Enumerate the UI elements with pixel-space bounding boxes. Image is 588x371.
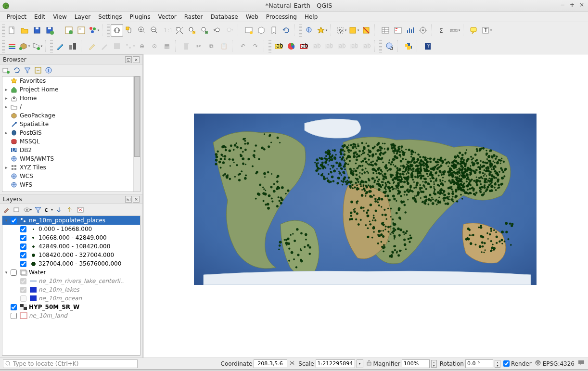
select-features-button[interactable]: ▾: [335, 24, 347, 37]
browser-tree[interactable]: Favorites▸Project Home▸Home▸/GeoPackageS…: [2, 76, 141, 192]
new-project-button[interactable]: [6, 24, 18, 37]
toolbar-handle[interactable]: [107, 24, 110, 37]
map-tips-button[interactable]: [468, 24, 480, 37]
menu-plugins[interactable]: Plugins: [126, 13, 154, 21]
current-edits-button[interactable]: [54, 40, 66, 52]
browser-item[interactable]: ▸/: [2, 102, 140, 111]
messages-icon[interactable]: [577, 359, 585, 368]
filter-expression-icon[interactable]: ε▾: [44, 205, 53, 214]
menu-help[interactable]: Help: [301, 13, 321, 21]
browser-item[interactable]: WFS: [2, 180, 140, 189]
map-canvas[interactable]: [143, 54, 588, 358]
collapse-all-icon[interactable]: [65, 205, 74, 214]
layer-class-row[interactable]: 108420.000 - 327004.000: [2, 251, 140, 259]
scale-input[interactable]: [316, 359, 355, 368]
rotation-spinner[interactable]: ▴▾: [495, 360, 500, 368]
toolbox-button[interactable]: [417, 24, 429, 37]
browser-detach-button[interactable]: ◱: [125, 56, 132, 63]
browser-item[interactable]: ▸PostGIS: [2, 128, 140, 137]
save-project-button[interactable]: [31, 24, 43, 37]
sigma-button[interactable]: Σ: [436, 24, 448, 37]
coord-toggle-icon[interactable]: [289, 359, 295, 368]
browser-item[interactable]: MSSQL: [2, 137, 140, 146]
crs-icon[interactable]: [535, 359, 541, 368]
save-as-button[interactable]: [43, 24, 56, 37]
toolbar-handle[interactable]: [268, 40, 271, 52]
toolbar-handle[interactable]: [379, 40, 382, 52]
collapse-icon[interactable]: [34, 66, 42, 75]
layers-tree[interactable]: ▾ne_10m_populated_places0.000 - 10668.00…: [2, 216, 141, 356]
lock-icon[interactable]: [366, 360, 372, 367]
menu-settings[interactable]: Settings: [94, 13, 126, 21]
layer-row[interactable]: ne_10m_land: [2, 311, 140, 320]
menu-vector[interactable]: Vector: [154, 13, 180, 21]
menu-processing[interactable]: Processing: [262, 13, 301, 21]
new-3d-view-button[interactable]: [255, 24, 268, 37]
zoom-last-button[interactable]: [211, 24, 223, 37]
zoom-to-layer-button[interactable]: [198, 24, 211, 37]
crs-label[interactable]: EPSG:4326: [543, 360, 575, 367]
expand-all-icon[interactable]: [55, 205, 64, 214]
browser-close-button[interactable]: ×: [133, 56, 140, 63]
layer-class-row[interactable]: 10668.000 - 42849.000: [2, 233, 140, 242]
measure-button[interactable]: ▾: [448, 24, 461, 37]
layer-row[interactable]: ▾ne_10m_populated_places: [2, 216, 140, 225]
close-button[interactable]: ×: [578, 2, 585, 9]
new-bookmark-button[interactable]: [268, 24, 280, 37]
layer-class-row[interactable]: 327004.000 - 35676000.000: [2, 259, 140, 268]
toggle-editing-button[interactable]: [66, 40, 79, 52]
menu-web[interactable]: Web: [242, 13, 262, 21]
toolbar-handle[interactable]: [2, 24, 5, 37]
browser-item[interactable]: ▸Project Home: [2, 85, 140, 94]
remove-layer-icon[interactable]: [76, 205, 85, 214]
add-group-icon[interactable]: [13, 205, 21, 214]
layer-styling-icon[interactable]: [2, 205, 11, 214]
layout-manager-button[interactable]: [75, 24, 88, 37]
layer-row[interactable]: HYP_50M_SR_W: [2, 303, 140, 311]
identify-button[interactable]: i: [303, 24, 316, 37]
locator-input[interactable]: Type to locate (Ctrl+K): [3, 359, 138, 368]
magnifier-input[interactable]: [402, 359, 430, 368]
render-checkbox[interactable]: [503, 360, 510, 367]
help-button[interactable]: ?: [422, 40, 434, 52]
layer-class-row[interactable]: 0.000 - 10668.000: [2, 225, 140, 233]
metasearch-button[interactable]: [383, 40, 396, 52]
labeling-button[interactable]: abc: [272, 40, 285, 52]
layer-class-row[interactable]: 42849.000 - 108420.000: [2, 242, 140, 251]
label-highlight-button[interactable]: abc: [297, 40, 310, 52]
statistics-button[interactable]: [404, 24, 417, 37]
text-annotation-button[interactable]: T▾: [480, 24, 493, 37]
zoom-to-selection-button[interactable]: [186, 24, 198, 37]
refresh-button[interactable]: [280, 24, 293, 37]
minimize-button[interactable]: −: [559, 2, 566, 9]
data-source-manager-button[interactable]: [6, 40, 18, 52]
pan-button[interactable]: [111, 24, 123, 37]
toolbar-handle[interactable]: [299, 24, 302, 37]
style-manager-button[interactable]: ▾: [88, 24, 100, 37]
field-calculator-button[interactable]: [392, 24, 404, 37]
magnifier-spinner[interactable]: ▴▾: [431, 360, 437, 368]
layers-close-button[interactable]: ×: [133, 196, 140, 203]
browser-item[interactable]: DB2DB2: [2, 146, 140, 154]
zoom-full-button[interactable]: [173, 24, 186, 37]
python-console-button[interactable]: [402, 40, 415, 52]
deselect-all-button[interactable]: [360, 24, 372, 37]
open-attribute-table-button[interactable]: [379, 24, 392, 37]
new-shapefile-button[interactable]: ▾: [31, 40, 43, 52]
layer-row[interactable]: ne_10m_rivers_lake_centerli..: [2, 277, 140, 285]
open-project-button[interactable]: [18, 24, 31, 37]
rotation-input[interactable]: [465, 359, 493, 368]
manage-visibility-icon[interactable]: ▾: [23, 205, 32, 214]
action-button[interactable]: ▾: [316, 24, 328, 37]
maximize-button[interactable]: +: [569, 2, 575, 9]
toolbar-handle[interactable]: [2, 40, 5, 52]
select-by-value-button[interactable]: ▾: [347, 24, 360, 37]
add-layer-icon[interactable]: [2, 66, 11, 75]
coordinate-input[interactable]: [254, 359, 287, 368]
browser-item[interactable]: ▸Home: [2, 94, 140, 102]
toolbar-handle[interactable]: [50, 40, 53, 52]
new-map-view-button[interactable]: [243, 24, 255, 37]
properties-icon[interactable]: i: [44, 66, 53, 75]
menu-database[interactable]: Database: [206, 13, 242, 21]
browser-scrollbar[interactable]: [133, 77, 140, 192]
